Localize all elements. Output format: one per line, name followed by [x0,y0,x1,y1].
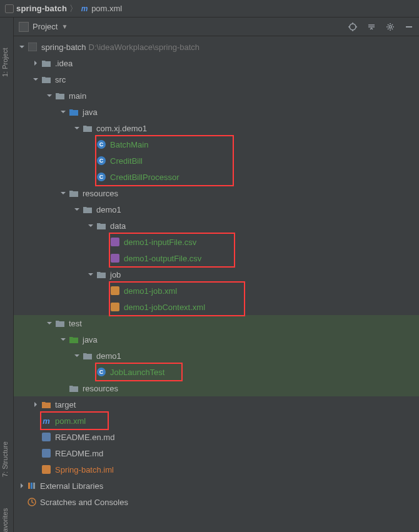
tree-row-main[interactable]: main [14,88,419,104]
svg-point-5 [389,26,391,28]
arrow-down-icon[interactable] [86,221,95,230]
folder-icon [96,221,106,231]
tree-row-src[interactable]: src [14,71,419,88]
minimize-icon[interactable] [404,22,414,32]
breadcrumb-file[interactable]: m pom.xml [80,4,122,13]
csv-icon [110,237,120,247]
module-icon [5,4,14,13]
maven-icon: m [41,416,51,426]
tree-row-package[interactable]: com.xj.demo1 [14,120,419,136]
tree-row-pom[interactable]: m pom.xml [14,413,419,429]
tree-row-outputfile[interactable]: demo1-outputFile.csv [14,250,419,266]
tree-row-jobcontextxml[interactable]: demo1-jobContext.xml [14,299,419,315]
tree-row-job[interactable]: job [14,266,419,283]
arrow-down-icon[interactable] [31,75,40,84]
test-folder-icon [69,334,79,344]
project-panel: Project ▼ [14,18,419,532]
module-icon [28,42,38,52]
scratches-icon [28,498,36,506]
collapse-all-icon[interactable] [366,22,376,32]
tree-row-target[interactable]: target [14,396,419,413]
project-view-icon [19,22,29,32]
tree-row-test-demo1[interactable]: demo1 [14,348,419,364]
package-icon [83,351,93,361]
side-tab-project[interactable]: 1: Project [1,48,9,77]
svg-rect-8 [28,483,30,489]
panel-title[interactable]: Project [33,22,58,31]
source-folder-icon [69,107,79,117]
markdown-icon [41,432,51,442]
chevron-down-icon[interactable]: ▼ [61,23,68,30]
breadcrumb-separator: 〉 [69,3,78,14]
breadcrumb-project-label: spring-batch [16,4,67,13]
arrow-down-icon[interactable] [45,91,54,100]
tree-row-data[interactable]: data [14,218,419,234]
folder-icon [41,74,51,84]
arrow-down-icon[interactable] [73,205,81,214]
arrow-down-icon[interactable] [59,189,68,198]
svg-rect-7 [28,43,37,51]
panel-header: Project ▼ [14,18,419,36]
resources-folder-icon [69,383,79,393]
tree-row-iml[interactable]: Spring-batch.iml [14,461,419,478]
folder-icon [55,318,65,328]
resources-folder-icon [69,188,79,198]
breadcrumb-file-label: pom.xml [91,4,122,13]
arrow-right-icon[interactable] [31,400,40,409]
tree-row-inputfile[interactable]: demo1-inputFile.csv [14,234,419,250]
tree-root-label: spring-batch [41,43,86,52]
arrow-down-icon[interactable] [18,43,26,51]
tree-row-batchmain[interactable]: C BatchMain [14,136,419,153]
side-tab-bar: 1: Project 7: Structure Favorites [0,18,14,532]
tree-row-joblaunchtest[interactable]: C JobLaunchTest [14,364,419,380]
svg-rect-9 [31,483,33,489]
side-tab-favorites[interactable]: Favorites [1,508,9,532]
class-run-icon: C [96,139,106,149]
tree-row-scratches[interactable]: Scratches and Consoles [14,494,419,510]
arrow-down-icon[interactable] [59,335,68,344]
tree-row-creditbillprocessor[interactable]: C CreditBillProcessor [14,169,419,185]
locate-icon[interactable] [348,22,358,32]
tree-row-res-demo1[interactable]: demo1 [14,201,419,218]
tree-row-readme-en[interactable]: README.en.md [14,429,419,445]
folder-icon [55,91,65,101]
tree-row-external-libs[interactable]: External Libraries [14,478,419,494]
arrow-down-icon[interactable] [73,351,81,360]
package-icon [83,123,93,133]
arrow-down-icon[interactable] [45,319,54,328]
svg-rect-10 [33,483,35,489]
markdown-icon [41,448,51,458]
svg-rect-6 [406,26,412,28]
tree-row-idea[interactable]: .idea [14,55,419,71]
class-run-icon: C [96,367,106,377]
gear-icon[interactable] [385,22,395,32]
target-folder-icon [41,399,51,409]
project-tree[interactable]: spring-batch D:\ideaWorkplace\spring-bat… [14,36,419,532]
tree-row-resources[interactable]: resources [14,185,419,201]
tree-row-test-resources[interactable]: resources [14,380,419,396]
arrow-down-icon[interactable] [86,270,95,279]
maven-icon: m [80,4,89,13]
tree-row-test[interactable]: test [14,315,419,331]
tree-row-jobxml[interactable]: demo1-job.xml [14,283,419,299]
folder-icon [83,204,93,214]
arrow-down-icon[interactable] [59,108,68,116]
iml-icon [41,464,51,474]
tree-root-path: D:\ideaWorkplace\spring-batch [89,43,200,52]
tree-row-java[interactable]: java [14,104,419,120]
arrow-down-icon[interactable] [73,124,81,133]
tree-row-root[interactable]: spring-batch D:\ideaWorkplace\spring-bat… [14,39,419,55]
xml-icon [110,302,120,312]
breadcrumb: spring-batch 〉 m pom.xml [0,0,419,18]
svg-point-0 [350,24,356,30]
tree-row-creditbill[interactable]: C CreditBill [14,153,419,169]
side-tab-structure[interactable]: 7: Structure [1,441,9,477]
arrow-right-icon[interactable] [18,481,26,490]
folder-icon [96,269,106,279]
folder-icon [41,58,51,68]
breadcrumb-project[interactable]: spring-batch [5,4,67,13]
csv-icon [110,253,120,263]
arrow-right-icon[interactable] [31,59,40,68]
tree-row-test-java[interactable]: java [14,331,419,348]
tree-row-readme[interactable]: README.md [14,445,419,461]
